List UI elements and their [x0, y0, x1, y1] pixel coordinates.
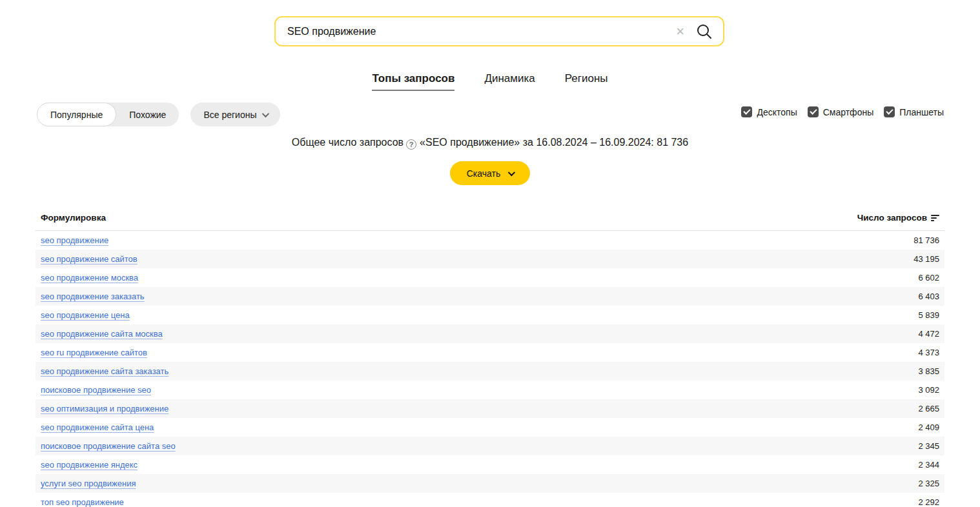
column-header-count[interactable]: Число запросов [857, 213, 939, 223]
query-count: 4 472 [918, 329, 939, 339]
phrase-link[interactable]: seo продвижение сайтов [41, 254, 138, 264]
query-type-switch: Популярные Похожие [37, 103, 179, 126]
search-icon[interactable] [696, 23, 713, 40]
table-row: seo оптимизация и продвижение 2 665 [36, 399, 944, 418]
table-row: seo продвижение сайта москва 4 472 [36, 324, 944, 343]
help-icon[interactable]: ? [406, 139, 416, 150]
chevron-down-icon [508, 168, 515, 175]
table-row: seo продвижение 81 736 [36, 231, 944, 250]
query-count: 2 345 [918, 441, 939, 451]
column-header-count-label: Число запросов [857, 213, 927, 223]
device-filter-desktops[interactable]: Десктопы [741, 106, 797, 117]
query-count: 2 292 [918, 497, 939, 507]
table-row: seo продвижение заказать 6 403 [36, 287, 944, 306]
query-count: 81 736 [914, 235, 939, 245]
checkbox-icon[interactable] [884, 106, 895, 117]
phrase-link[interactable]: seo продвижение сайта цена [41, 422, 154, 432]
tabs: Топы запросов Динамика Регионы [0, 72, 980, 91]
search-input[interactable] [287, 26, 676, 37]
phrase-link[interactable]: seo продвижение цена [41, 310, 130, 320]
region-selector[interactable]: Все регионы [190, 103, 280, 126]
device-filter-tablets[interactable]: Планшеты [884, 106, 944, 117]
phrase-link[interactable]: seo продвижение яндекс [41, 460, 138, 470]
table-row: услуги seo продвижения 2 325 [36, 474, 944, 493]
query-count: 6 602 [918, 273, 939, 283]
tab-regions[interactable]: Регионы [565, 72, 608, 91]
download-area: Скачать [0, 161, 980, 185]
tab-dynamics[interactable]: Динамика [484, 72, 535, 91]
chevron-down-icon [262, 110, 269, 117]
search-bar: × [274, 16, 724, 46]
table-row: поисковое продвижение сайта seo 2 345 [36, 437, 944, 455]
queries-table: Формулировка Число запросов seo продвиже… [36, 213, 944, 507]
query-count: 43 195 [914, 254, 939, 264]
phrase-link[interactable]: seo продвижение заказать [41, 292, 145, 301]
phrase-link[interactable]: seo ru продвижение сайтов [41, 348, 147, 357]
phrase-link[interactable]: seo продвижение москва [41, 273, 138, 283]
device-filter-label: Планшеты [899, 107, 944, 117]
wordstat-page: × Топы запросов Динамика Регионы Популяр… [0, 0, 980, 507]
segment-similar[interactable]: Похожие [116, 103, 179, 126]
query-count: 2 325 [918, 479, 939, 488]
phrase-link[interactable]: seo продвижение сайта москва [41, 329, 163, 339]
table-row: seo продвижение москва 6 602 [36, 268, 944, 287]
table-row: seo продвижение сайта цена 2 409 [36, 418, 944, 437]
device-filters: Десктопы Смартфоны Планшеты [741, 106, 944, 117]
column-header-phrase: Формулировка [41, 213, 106, 223]
query-count: 5 839 [918, 310, 939, 320]
table-row: seo продвижение сайтов 43 195 [36, 250, 944, 268]
query-count: 2 344 [918, 460, 939, 470]
summary-value: «SEO продвижение» за 16.08.2024 – 16.09.… [420, 137, 688, 148]
phrase-link[interactable]: seo продвижение [41, 235, 108, 245]
device-filter-label: Смартфоны [823, 107, 874, 117]
region-selector-label: Все регионы [203, 110, 256, 120]
phrase-link[interactable]: поисковое продвижение seo [41, 385, 151, 395]
table-row: seo продвижение сайта заказать 3 835 [36, 362, 944, 381]
query-count: 4 373 [918, 348, 939, 357]
phrase-link[interactable]: услуги seo продвижения [41, 479, 136, 488]
device-filter-smartphones[interactable]: Смартфоны [808, 106, 874, 117]
table-row: seo продвижение яндекс 2 344 [36, 455, 944, 474]
query-count: 6 403 [918, 292, 939, 301]
phrase-link[interactable]: топ seo продвижение [41, 497, 124, 507]
query-count: 3 092 [918, 385, 939, 395]
clear-search-icon[interactable]: × [676, 25, 684, 39]
controls-row: Популярные Похожие Все регионы Десктопы … [0, 103, 980, 126]
table-header: Формулировка Число запросов [36, 213, 944, 231]
table-row: топ seo продвижение 2 292 [36, 493, 944, 507]
summary-label: Общее число запросов [292, 137, 403, 148]
table-row: seo продвижение цена 5 839 [36, 306, 944, 324]
phrase-link[interactable]: seo оптимизация и продвижение [41, 404, 168, 413]
table-row: поисковое продвижение seo 3 092 [36, 381, 944, 399]
download-button-label: Скачать [467, 168, 501, 179]
segment-popular[interactable]: Популярные [37, 103, 116, 126]
device-filter-label: Десктопы [757, 107, 797, 117]
query-count: 2 409 [918, 422, 939, 432]
phrase-link[interactable]: seo продвижение сайта заказать [41, 366, 168, 376]
checkbox-icon[interactable] [808, 106, 819, 117]
sort-icon[interactable] [931, 215, 939, 221]
query-count: 2 665 [918, 404, 939, 413]
table-row: seo ru продвижение сайтов 4 373 [36, 343, 944, 362]
left-filters: Популярные Похожие Все регионы [37, 103, 280, 126]
table-body: seo продвижение 81 736 seo продвижение с… [36, 231, 944, 507]
download-button[interactable]: Скачать [450, 161, 531, 185]
phrase-link[interactable]: поисковое продвижение сайта seo [41, 441, 176, 451]
total-queries-summary: Общее число запросов?«SEO продвижение» з… [0, 137, 980, 150]
query-count: 3 835 [918, 366, 939, 376]
checkbox-icon[interactable] [741, 106, 752, 117]
tab-top-queries[interactable]: Топы запросов [372, 72, 454, 91]
